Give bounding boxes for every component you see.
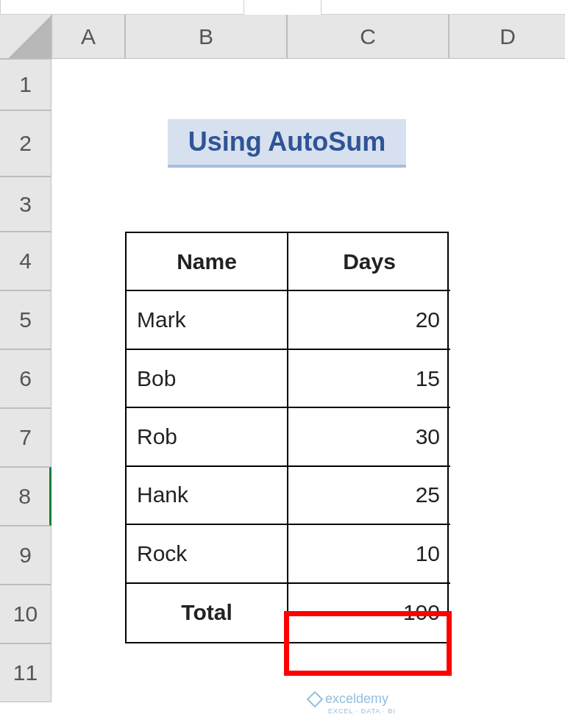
cell-days-5[interactable]: 10 xyxy=(288,525,450,583)
col-header-c[interactable]: C xyxy=(287,15,449,59)
watermark-text: exceldemy xyxy=(325,691,388,707)
cell-days-1[interactable]: 20 xyxy=(288,291,450,349)
row-header-9[interactable]: 9 xyxy=(0,526,51,585)
row-header-3[interactable]: 3 xyxy=(0,176,51,232)
row-header-6[interactable]: 6 xyxy=(0,349,51,408)
spreadsheet-grid: A B C D 1 2 3 4 5 6 7 8 9 10 11 Using Au… xyxy=(0,0,565,702)
select-all-corner[interactable] xyxy=(0,15,51,59)
cell-total-label[interactable]: Total xyxy=(127,584,288,642)
watermark-sub: EXCEL · DATA · BI xyxy=(328,707,396,715)
th-name[interactable]: Name xyxy=(127,233,288,291)
row-header-7[interactable]: 7 xyxy=(0,408,51,467)
cell-days-2[interactable]: 15 xyxy=(288,350,450,408)
cell-total-value[interactable]: 100 xyxy=(288,584,450,642)
watermark-icon xyxy=(307,690,324,707)
row-header-2[interactable]: 2 xyxy=(0,110,51,176)
cell-name-3[interactable]: Rob xyxy=(127,408,288,466)
data-table: Name Days Mark 20 Bob 15 Rob 30 Hank 25 … xyxy=(125,232,449,643)
col-header-d[interactable]: D xyxy=(449,15,565,59)
th-days[interactable]: Days xyxy=(288,233,450,291)
row-header-8[interactable]: 8 xyxy=(0,467,51,526)
formula-bar-area xyxy=(0,0,565,15)
title-cell[interactable]: Using AutoSum xyxy=(125,110,449,176)
cell-name-5[interactable]: Rock xyxy=(127,525,288,583)
cell-days-3[interactable]: 30 xyxy=(288,408,450,466)
cell-name-4[interactable]: Hank xyxy=(127,467,288,525)
col-header-b[interactable]: B xyxy=(125,15,287,59)
row-header-5[interactable]: 5 xyxy=(0,290,51,349)
row-header-1[interactable]: 1 xyxy=(0,59,51,110)
cell-days-4[interactable]: 25 xyxy=(288,467,450,525)
row-header-10[interactable]: 10 xyxy=(0,585,51,643)
row-header-11[interactable]: 11 xyxy=(0,643,51,702)
col-header-a[interactable]: A xyxy=(51,15,125,59)
name-box[interactable] xyxy=(0,0,244,15)
watermark: exceldemy xyxy=(309,691,388,707)
formula-bar[interactable] xyxy=(321,0,565,15)
title-text: Using AutoSum xyxy=(168,119,407,168)
cell-name-1[interactable]: Mark xyxy=(127,291,288,349)
cell-name-2[interactable]: Bob xyxy=(127,350,288,408)
row-header-4[interactable]: 4 xyxy=(0,232,51,290)
